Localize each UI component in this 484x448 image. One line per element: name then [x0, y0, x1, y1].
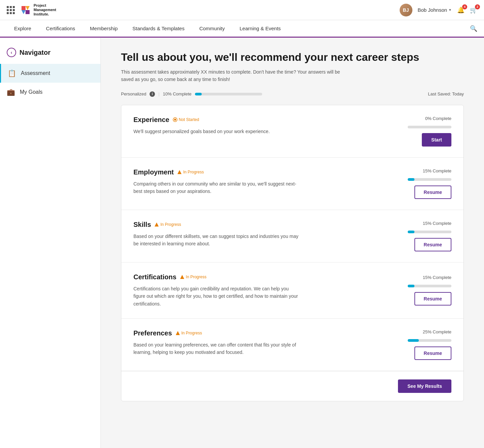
- card-experience: Experience Not Started We'll suggest per…: [121, 105, 463, 158]
- card-preferences-title: Preferences In Progress: [133, 329, 391, 337]
- progress-header: Personalized i | 10% Complete Last Saved…: [121, 91, 464, 97]
- divider: |: [158, 91, 159, 96]
- svg-point-6: [174, 119, 176, 121]
- sidebar-item-my-goals-label: My Goals: [20, 89, 43, 95]
- svg-marker-9: [180, 275, 184, 279]
- certifications-progress-fill: [408, 285, 414, 287]
- skills-status-badge: In Progress: [154, 222, 181, 227]
- search-icon[interactable]: 🔍: [470, 25, 477, 32]
- card-employment-right: 15% Complete Resume: [404, 168, 451, 199]
- experience-progress-bar: [408, 126, 451, 128]
- card-employment: Employment In Progress Comparing others …: [121, 158, 463, 210]
- my-goals-icon: 💼: [7, 88, 15, 96]
- employment-progress-bar: [408, 178, 451, 181]
- card-certifications: Certifications In Progress Certification…: [121, 262, 463, 319]
- nav-item-explore[interactable]: Explore: [7, 20, 39, 38]
- nav-item-learning-events[interactable]: Learning & Events: [232, 20, 288, 38]
- sidebar-item-my-goals[interactable]: 💼 My Goals: [0, 83, 100, 101]
- cart-icon[interactable]: 🛒 2: [470, 6, 477, 14]
- skills-progress-label: 15% Complete: [423, 221, 451, 226]
- sidebar-header: ‹ Navigator: [0, 44, 100, 64]
- preferences-progress-fill: [408, 339, 419, 342]
- svg-marker-4: [26, 10, 30, 14]
- back-button[interactable]: ‹: [7, 48, 16, 57]
- card-preferences-right: 25% Complete Resume: [404, 329, 451, 360]
- skills-progress-fill: [408, 231, 414, 233]
- experience-status-badge: Not Started: [173, 117, 199, 122]
- main-layout: ‹ Navigator 📋 Assessment 💼 My Goals Tell…: [0, 38, 484, 448]
- card-skills: Skills In Progress Based on your differe…: [121, 210, 463, 262]
- employment-status-badge: In Progress: [177, 170, 204, 174]
- info-icon[interactable]: i: [150, 91, 155, 97]
- apps-grid-icon[interactable]: [7, 6, 15, 14]
- certifications-progress-label: 15% Complete: [423, 275, 451, 280]
- cards-container: Experience Not Started We'll suggest per…: [121, 105, 464, 401]
- experience-start-button[interactable]: Start: [422, 133, 451, 147]
- preferences-resume-button[interactable]: Resume: [414, 347, 451, 360]
- top-bar-right: BJ Bob Johnson ▼ 🔔 4 🛒 2: [400, 4, 477, 16]
- sidebar-item-assessment-label: Assessment: [21, 70, 50, 76]
- sidebar-title: Navigator: [19, 49, 50, 56]
- skills-resume-button[interactable]: Resume: [414, 238, 451, 251]
- card-employment-title: Employment In Progress: [133, 168, 391, 176]
- overall-complete-label: 10% Complete: [163, 91, 192, 96]
- logo-text: Project Management Institute.: [34, 3, 56, 17]
- avatar: BJ: [400, 4, 412, 16]
- nav-item-community[interactable]: Community: [192, 20, 232, 38]
- employment-progress-fill: [408, 178, 414, 181]
- logo[interactable]: Project Management Institute.: [19, 3, 56, 17]
- preferences-status-badge: In Progress: [175, 331, 202, 335]
- certifications-status-badge: In Progress: [180, 275, 206, 279]
- nav-item-membership[interactable]: Membership: [83, 20, 125, 38]
- employment-progress-label: 15% Complete: [423, 168, 451, 173]
- overall-progress-bar: [195, 93, 262, 95]
- sidebar-nav: 📋 Assessment 💼 My Goals: [0, 64, 100, 101]
- cart-badge: 2: [475, 4, 480, 9]
- certifications-progress-bar: [408, 285, 451, 287]
- see-my-results-button[interactable]: See My Results: [398, 379, 451, 393]
- card-certifications-title: Certifications In Progress: [133, 273, 391, 281]
- skills-progress-bar: [408, 231, 451, 233]
- nav-item-certifications[interactable]: Certifications: [39, 20, 83, 38]
- card-experience-desc: We'll suggest personalized goals based o…: [133, 128, 301, 135]
- card-skills-title: Skills In Progress: [133, 221, 391, 229]
- last-saved-label: Last Saved: Today: [428, 91, 464, 96]
- main-content: Tell us about you, we'll recommend your …: [101, 38, 484, 448]
- assessment-icon: 📋: [8, 69, 16, 77]
- sidebar: ‹ Navigator 📋 Assessment 💼 My Goals: [0, 38, 101, 448]
- nav-item-standards-templates[interactable]: Standards & Templates: [125, 20, 192, 38]
- card-certifications-left: Certifications In Progress Certification…: [133, 273, 391, 308]
- results-row: See My Results: [121, 371, 463, 401]
- experience-progress-label: 0% Complete: [425, 116, 451, 121]
- user-name[interactable]: Bob Johnson ▼: [418, 7, 452, 13]
- svg-marker-7: [177, 170, 182, 174]
- card-experience-title: Experience Not Started: [133, 116, 391, 124]
- card-certifications-desc: Certifications can help you gain credibi…: [133, 285, 301, 308]
- page-title: Tell us about you, we'll recommend your …: [121, 51, 464, 64]
- svg-marker-8: [155, 222, 159, 227]
- preferences-progress-bar: [408, 339, 451, 342]
- personalized-label: Personalized: [121, 91, 146, 96]
- card-skills-right: 15% Complete Resume: [404, 221, 451, 251]
- progress-header-left: Personalized i | 10% Complete: [121, 91, 262, 97]
- preferences-progress-label: 25% Complete: [423, 329, 451, 334]
- certifications-resume-button[interactable]: Resume: [414, 292, 451, 306]
- notification-bell-icon[interactable]: 🔔 4: [457, 6, 465, 14]
- sidebar-item-assessment[interactable]: 📋 Assessment: [0, 64, 100, 83]
- card-experience-right: 0% Complete Start: [404, 116, 451, 147]
- card-preferences-desc: Based on your learning preferences, we c…: [133, 341, 301, 356]
- top-bar: Project Management Institute. BJ Bob Joh…: [0, 0, 484, 20]
- card-skills-left: Skills In Progress Based on your differe…: [133, 221, 391, 251]
- employment-resume-button[interactable]: Resume: [414, 186, 451, 199]
- top-bar-left: Project Management Institute.: [7, 3, 56, 17]
- card-certifications-right: 15% Complete Resume: [404, 273, 451, 308]
- svg-marker-1: [22, 6, 26, 10]
- overall-progress-fill: [195, 93, 202, 95]
- card-preferences-left: Preferences In Progress Based on your le…: [133, 329, 391, 360]
- nav-bar: Explore Certifications Membership Standa…: [0, 20, 484, 38]
- chevron-down-icon: ▼: [448, 8, 452, 12]
- card-preferences: Preferences In Progress Based on your le…: [121, 319, 463, 371]
- page-subtitle: This assessment takes approximately XX m…: [121, 68, 350, 83]
- card-experience-left: Experience Not Started We'll suggest per…: [133, 116, 391, 147]
- svg-marker-10: [176, 331, 180, 335]
